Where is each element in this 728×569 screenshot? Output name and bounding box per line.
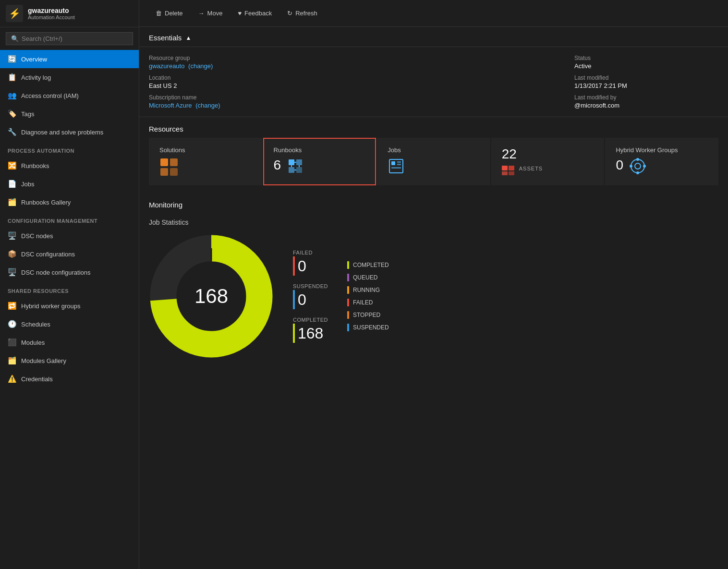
svg-rect-16 xyxy=(397,164,401,165)
last-modified-label: Last modified xyxy=(574,74,718,81)
sidebar-item-dsc-nodes[interactable]: 🖥️ DSC nodes xyxy=(0,227,139,245)
essentials-last-modified: Last modified 1/13/2017 2:21 PM xyxy=(574,74,718,89)
sidebar-item-dsc-node-configs[interactable]: 🖥️ DSC node configurations xyxy=(0,263,139,281)
toolbar: 🗑 Delete → Move ♥ Feedback ↻ Refresh xyxy=(139,0,728,27)
last-modified-by-value: @microsoft.com xyxy=(574,102,718,109)
assets-icon xyxy=(502,166,515,175)
donut-chart: 168 xyxy=(149,234,274,359)
sidebar-item-label: Diagnose and solve problems xyxy=(21,129,103,136)
search-box[interactable]: 🔍 xyxy=(6,32,133,45)
sidebar-item-hybrid-worker[interactable]: 🔁 Hybrid worker groups xyxy=(0,297,139,315)
activity-log-icon: 📋 xyxy=(8,73,16,82)
sidebar-item-modules[interactable]: ⬛ Modules xyxy=(0,333,139,351)
essentials-resource-group: Resource group gwazureauto (change) xyxy=(149,55,555,70)
sidebar-item-runbooks-gallery[interactable]: 🗂️ Runbooks Gallery xyxy=(0,193,139,211)
legend-running: RUNNING xyxy=(347,286,389,294)
solutions-icon xyxy=(159,157,179,177)
feedback-button[interactable]: ♥ Feedback xyxy=(231,6,279,21)
subscription-label: Subscription name xyxy=(149,94,555,101)
sidebar-item-label: Runbooks Gallery xyxy=(21,199,71,206)
svg-rect-13 xyxy=(391,161,395,165)
completed-bar xyxy=(293,324,295,343)
suspended-bar xyxy=(293,290,295,309)
sidebar-item-label: Runbooks xyxy=(21,162,49,169)
delete-button[interactable]: 🗑 Delete xyxy=(149,6,190,21)
failed-bar xyxy=(293,256,295,276)
essentials-body: Resource group gwazureauto (change) Loca… xyxy=(139,47,728,117)
svg-rect-0 xyxy=(160,158,168,166)
modules-icon: ⬛ xyxy=(8,338,16,347)
sidebar-item-tags[interactable]: 🏷️ Tags xyxy=(0,105,139,123)
search-icon: 🔍 xyxy=(11,35,19,42)
legend-stopped: STOPPED xyxy=(347,311,389,319)
resource-card-assets[interactable]: 22 ASSETS xyxy=(491,138,605,185)
app-name: gwazureauto xyxy=(28,7,75,14)
app-logo: ⚡ xyxy=(6,5,23,22)
completed-label: COMPLETED xyxy=(293,317,328,323)
resource-card-runbooks[interactable]: Runbooks 6 xyxy=(263,138,376,185)
sidebar-item-overview[interactable]: 🔄 Overview xyxy=(0,50,139,68)
sidebar-item-access-control[interactable]: 👥 Access control (IAM) xyxy=(0,86,139,105)
refresh-button[interactable]: ↻ Refresh xyxy=(280,6,324,21)
location-value: East US 2 xyxy=(149,82,555,89)
svg-rect-1 xyxy=(170,158,178,166)
sidebar-item-runbooks[interactable]: 🔀 Runbooks xyxy=(0,157,139,175)
subscription-change[interactable]: (change) xyxy=(195,102,220,109)
legend-completed-dot xyxy=(347,261,349,269)
sidebar-header: ⚡ gwazureauto Automation Account xyxy=(0,0,139,27)
sidebar-item-label: Jobs xyxy=(21,181,34,188)
sidebar-item-label: Activity log xyxy=(21,74,51,81)
stat-failed: FAILED 0 xyxy=(293,250,328,276)
subscription-value: Microsoft Azure (change) xyxy=(149,102,555,109)
sidebar-item-jobs[interactable]: 📄 Jobs xyxy=(0,175,139,193)
move-icon: → xyxy=(198,10,205,17)
essentials-collapse-icon[interactable]: ▲ xyxy=(185,35,191,41)
resource-group-link[interactable]: gwazureauto xyxy=(149,62,184,70)
svg-point-26 xyxy=(643,165,646,168)
sidebar-item-diagnose[interactable]: 🔧 Diagnose and solve problems xyxy=(0,123,139,141)
svg-rect-15 xyxy=(397,161,401,163)
legend-stopped-label: STOPPED xyxy=(353,312,380,318)
sidebar-item-label: Schedules xyxy=(21,321,50,328)
refresh-label: Refresh xyxy=(295,10,317,17)
sidebar-item-modules-gallery[interactable]: 🗂️ Modules Gallery xyxy=(0,351,139,370)
monitoring-section: Job Statistics 168 xyxy=(139,214,728,368)
sidebar-item-label: Credentials xyxy=(21,375,53,383)
job-stats-title: Job Statistics xyxy=(149,214,718,234)
sidebar-item-activity-log[interactable]: 📋 Activity log xyxy=(0,68,139,86)
resource-group-change[interactable]: (change) xyxy=(188,62,213,70)
move-button[interactable]: → Move xyxy=(192,6,230,21)
tags-icon: 🏷️ xyxy=(8,109,16,118)
search-input[interactable] xyxy=(22,35,128,42)
hybrid-card-title: Hybrid Worker Groups xyxy=(616,146,678,154)
status-label: Status xyxy=(574,55,718,61)
access-control-icon: 👥 xyxy=(8,91,16,100)
resource-card-hybrid[interactable]: Hybrid Worker Groups 0 xyxy=(605,138,718,185)
sidebar-item-dsc-configs[interactable]: 📦 DSC configurations xyxy=(0,245,139,263)
subscription-link[interactable]: Microsoft Azure xyxy=(149,102,192,109)
svg-rect-18 xyxy=(509,166,514,170)
resource-card-jobs[interactable]: Jobs xyxy=(377,138,490,185)
sidebar-item-label: Hybrid worker groups xyxy=(21,303,81,310)
legend-failed-dot xyxy=(347,299,349,306)
jobs-row xyxy=(388,157,480,175)
section-label-shared: SHARED RESOURCES xyxy=(0,281,139,297)
dsc-node-configs-icon: 🖥️ xyxy=(8,268,16,277)
sidebar-item-label: DSC node configurations xyxy=(21,269,91,276)
completed-bar-row: 168 xyxy=(293,324,328,343)
sidebar: ⚡ gwazureauto Automation Account 🔍 🔄 Ove… xyxy=(0,0,139,569)
legend-queued-dot xyxy=(347,274,349,281)
sidebar-item-credentials[interactable]: ⚠️ Credentials xyxy=(0,370,139,388)
essentials-title: Essentials xyxy=(149,34,182,42)
essentials-header[interactable]: Essentials ▲ xyxy=(139,27,728,47)
failed-value: 0 xyxy=(298,258,306,274)
sidebar-item-label: Access control (IAM) xyxy=(21,92,79,99)
sidebar-item-label: Overview xyxy=(21,56,47,63)
sidebar-item-schedules[interactable]: 🕐 Schedules xyxy=(0,315,139,333)
failed-label: FAILED xyxy=(293,250,328,255)
resource-card-solutions[interactable]: Solutions xyxy=(149,138,262,185)
overview-icon: 🔄 xyxy=(8,55,16,63)
legend-queued: QUEUED xyxy=(347,274,389,281)
legend-running-dot xyxy=(347,286,349,294)
assets-count: 22 xyxy=(502,146,517,162)
